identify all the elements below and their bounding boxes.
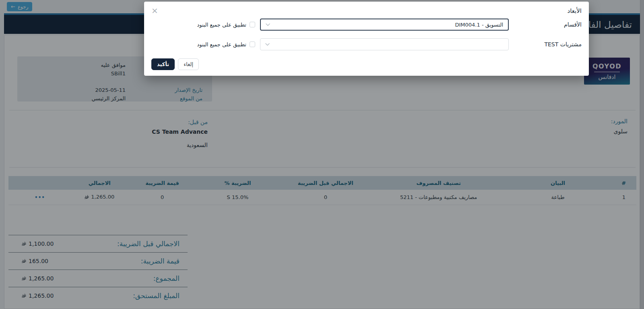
modal-header: الأبعاد ×: [151, 7, 582, 15]
app-screen: رجوع ← تفاصيل الفاتورة موافق عليه SBill1…: [0, 0, 644, 309]
departments-select[interactable]: DIM004.1 - التسويق: [260, 19, 509, 31]
apply-all-label: تطبيق على جميع البنود: [197, 22, 246, 28]
chevron-down-icon: [265, 43, 270, 46]
dimensions-modal: الأبعاد × الأقسام DIM004.1 - التسويق تطب…: [144, 2, 589, 76]
chevron-down-icon: [266, 23, 270, 26]
cancel-button[interactable]: إلغاء: [178, 58, 199, 70]
field-row-departments: الأقسام DIM004.1 - التسويق تطبيق على جمي…: [151, 19, 582, 31]
departments-label: الأقسام: [509, 21, 582, 28]
field-row-purchases-test: مشتريات TEST تطبيق على جميع البنود: [151, 38, 582, 50]
purchases-test-select[interactable]: [260, 38, 509, 50]
modal-title: الأبعاد: [568, 7, 582, 15]
modal-actions: إلغاء تأكيد: [151, 58, 582, 70]
apply-all-label: تطبيق على جميع البنود: [197, 41, 246, 48]
confirm-button[interactable]: تأكيد: [151, 58, 175, 70]
apply-all-checkbox[interactable]: [250, 41, 255, 47]
purchases-test-label: مشتريات TEST: [509, 41, 582, 48]
close-icon: ×: [151, 6, 158, 15]
apply-all-checkbox[interactable]: [250, 22, 255, 27]
modal-close-button[interactable]: ×: [151, 7, 158, 14]
departments-select-value: DIM004.1 - التسويق: [455, 22, 503, 28]
